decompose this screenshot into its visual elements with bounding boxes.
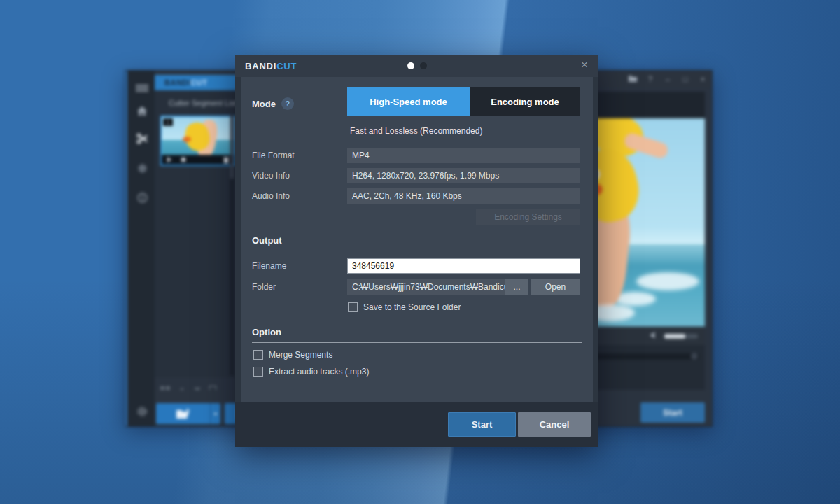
audio-info-label: Audio Info [252, 191, 290, 201]
video-info-value: H264, 1280x720, 23.976fps, 1.99 Mbps [347, 168, 580, 183]
option-divider [252, 342, 582, 343]
browse-folder-button[interactable]: ... [505, 279, 528, 295]
dialog-content: Mode ? High-Speed mode Encoding mode Fas… [241, 77, 593, 402]
mode-help-icon[interactable]: ? [281, 97, 294, 110]
mode-label: Mode ? [252, 97, 294, 110]
minimize-icon[interactable]: – [663, 75, 673, 83]
timeline-handle[interactable] [691, 353, 698, 360]
video-info-label: Video Info [252, 171, 290, 181]
filename-label: Filename [252, 261, 286, 271]
save-source-folder-checkbox[interactable] [348, 302, 358, 312]
merge-segments-label: Merge Segments [269, 350, 332, 360]
bandicut-logo: BANDICUT [245, 55, 297, 77]
dialog-footer: Start Cancel [235, 402, 598, 447]
output-divider [252, 251, 582, 251]
page-dot-inactive [420, 62, 427, 69]
help-icon[interactable]: ? [645, 75, 655, 83]
merge-segments-checkbox[interactable] [253, 350, 263, 360]
filename-input[interactable] [347, 258, 580, 274]
trash-icon[interactable] [223, 153, 229, 166]
desktop-wallpaper: ? – □ × [0, 0, 840, 504]
save-source-folder-row: Save to the Source Folder [348, 302, 461, 312]
cut-icon[interactable] [127, 130, 157, 148]
segment-controls [162, 155, 234, 164]
maximize-icon[interactable]: □ [680, 75, 690, 83]
stop-icon[interactable] [181, 158, 186, 162]
page-dot-active [407, 62, 414, 69]
tab-encoding-mode[interactable]: Encoding mode [470, 88, 580, 115]
folder-label: Folder [252, 282, 276, 292]
cutter-segment-list-title: Cutter Segment List [169, 99, 237, 107]
file-format-value: MP4 [347, 148, 580, 163]
home-icon[interactable] [127, 102, 157, 120]
output-heading: Output [252, 235, 282, 246]
file-format-label: File Format [252, 150, 295, 160]
folder-path-field[interactable]: C:₩Users₩jjjin73₩Documents₩Bandicut [347, 279, 505, 295]
open-file-dropdown[interactable]: ▾ [211, 403, 220, 424]
close-icon[interactable]: × [698, 75, 708, 83]
settings-gear-icon[interactable] [127, 402, 157, 421]
menu-icon[interactable] [127, 79, 157, 97]
segment-list-scrollbar[interactable] [230, 115, 234, 376]
encoding-settings-button[interactable]: Encoding Settings [476, 209, 580, 225]
extract-audio-checkbox[interactable] [253, 367, 263, 377]
extract-audio-row: Extract audio tracks (.mp3) [253, 367, 369, 377]
volume-slider[interactable] [664, 334, 698, 339]
info-icon[interactable] [127, 188, 157, 206]
hardware-icon[interactable] [127, 159, 157, 177]
mode-description: Fast and Lossless (Recommended) [350, 126, 482, 136]
main-start-button[interactable]: Start [640, 402, 705, 423]
segment-thumbnail[interactable]: 1 [160, 115, 236, 166]
open-file-button[interactable] [156, 403, 211, 424]
start-button[interactable]: Start [448, 412, 516, 437]
audio-info-value: AAC, 2Ch, 48 KHz, 160 Kbps [347, 188, 580, 204]
option-heading: Option [252, 327, 281, 337]
wizard-page-dots [407, 62, 427, 69]
segment-number-badge: 1 [163, 118, 173, 126]
bandicut-output-dialog: BANDICUT × Mode ? High-Speed mode Encodi… [235, 55, 598, 447]
open-file-icon[interactable] [628, 75, 638, 84]
dialog-close-icon[interactable]: × [576, 57, 593, 74]
extract-audio-label: Extract audio tracks (.mp3) [269, 367, 369, 377]
main-window-sidebar [125, 71, 155, 426]
save-source-folder-label: Save to the Source Folder [363, 302, 461, 312]
play-icon[interactable] [167, 157, 172, 162]
mode-tabs: High-Speed mode Encoding mode [347, 88, 580, 115]
tab-high-speed-mode[interactable]: High-Speed mode [347, 88, 470, 115]
volume-icon[interactable] [650, 330, 659, 342]
open-folder-button[interactable]: Open [531, 279, 580, 295]
cancel-button[interactable]: Cancel [518, 412, 591, 437]
dialog-titlebar: BANDICUT × [235, 55, 598, 77]
merge-segments-row: Merge Segments [253, 350, 332, 360]
